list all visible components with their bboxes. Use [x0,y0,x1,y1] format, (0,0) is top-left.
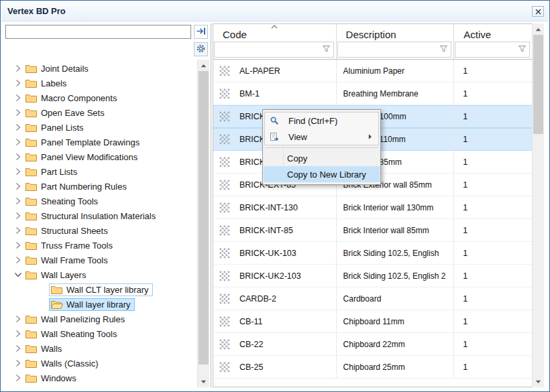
chevron-right-icon[interactable] [13,373,23,383]
tree-item-content[interactable]: Part Numbering Rules [23,180,131,193]
tree-item-content[interactable]: Sheating Tools [23,195,102,208]
tree-item-content[interactable]: Macro Components [23,92,121,105]
table-row-cardb-2[interactable]: CARDB-2Cardboard1 [213,287,532,310]
tree-item-content[interactable]: Structural Sheets [23,224,112,237]
tree-item-content[interactable]: Windows [23,372,80,385]
table-row-bm-1[interactable]: BM-1Breathing Membrane1 [213,82,532,105]
tree-item-macro-components[interactable]: Macro Components [3,90,197,105]
menu-item-copy[interactable]: Copy [264,150,380,166]
tree-item-part-numbering-rules[interactable]: Part Numbering Rules [3,179,197,194]
table-scrollbar[interactable] [532,23,544,387]
tree-item-labels[interactable]: Labels [3,76,197,90]
tree-item-wall-panelizing-rules[interactable]: Wall Panelizing Rules [3,312,197,326]
panel-splitter[interactable] [211,23,211,387]
tree-item-content[interactable]: Part Lists [23,166,81,178]
tree-item-content[interactable]: Truss Frame Tools [23,239,117,252]
chevron-right-icon[interactable] [13,166,23,177]
chevron-right-icon[interactable] [13,255,23,265]
column-header-code[interactable]: Code [213,24,337,59]
filter-box-description[interactable] [337,42,452,58]
tree-item-content[interactable]: Wall Layers [23,269,90,281]
table-row-brick-int-85[interactable]: BRICK-INT-85Brick Interior wall 85mm1 [213,219,532,242]
tree-item-structural-insulation-materials[interactable]: Structural Insulation Materials [3,208,197,223]
scroll-up-button[interactable] [198,60,209,71]
tree-item-content[interactable]: Wall Sheating Tools [23,328,121,340]
tree-item-sheating-tools[interactable]: Sheating Tools [3,194,197,208]
tree-item-panel-lists[interactable]: Panel Lists [3,120,197,135]
tree-item-content[interactable]: Structural Insulation Materials [23,210,160,222]
tree-item-content[interactable]: Joint Details [23,62,93,75]
table-row-brick-uk2-103[interactable]: BRICK-UK2-103Brick Siding 102.5, English… [213,265,532,287]
tree-item-content[interactable]: Panel Template Drawings [23,136,144,149]
tree-item-panel-view-modifications[interactable]: Panel View Modifications [3,149,197,164]
tree-item-structural-sheets[interactable]: Structural Sheets [3,223,197,238]
tree-item-content[interactable]: Panel View Modifications [23,151,142,164]
tree-item-content[interactable]: Open Eave Sets [23,107,109,119]
chevron-right-icon[interactable] [13,137,23,147]
chevron-right-icon[interactable] [13,107,23,118]
filter-box-code[interactable] [214,42,334,58]
chevron-right-icon[interactable] [13,225,23,236]
menu-item-copy-to-new-library[interactable]: Copy to New Library [264,166,380,182]
chevron-right-icon[interactable] [13,210,23,221]
tree-item-open-eave-sets[interactable]: Open Eave Sets [3,105,197,120]
scrollbar-track[interactable] [198,71,209,376]
tree-item-joint-details[interactable]: Joint Details [3,61,197,76]
chevron-down-icon[interactable] [13,269,23,280]
filter-funnel-icon[interactable] [439,44,448,56]
tree-item-content[interactable]: Wall Panelizing Rules [23,313,129,326]
titlebar[interactable]: Vertex BD Pro [1,1,549,21]
tree-item-panel-template-drawings[interactable]: Panel Template Drawings [3,135,197,149]
chevron-right-icon[interactable] [13,92,23,103]
tree-item-walls[interactable]: Walls [3,341,197,356]
close-button[interactable] [532,6,544,17]
menu-item-find-ctrl-f[interactable]: Find (Ctrl+F) [265,113,378,129]
tree-item-windows[interactable]: Windows [3,371,197,385]
chevron-right-icon[interactable] [13,343,23,354]
chevron-right-icon[interactable] [13,181,23,192]
scroll-down-button[interactable] [198,376,209,387]
tree-item-content[interactable]: Walls [23,342,66,355]
filter-box-active[interactable] [455,42,530,58]
tree-item-content[interactable]: Labels [23,77,70,90]
scrollbar-thumb[interactable] [199,71,209,365]
table-row-cb-11[interactable]: CB-11Chipboard 11mm1 [213,310,532,333]
chevron-right-icon[interactable] [13,78,23,88]
tree-item-wall-sheating-tools[interactable]: Wall Sheating Tools [3,326,197,341]
chevron-right-icon[interactable] [13,151,23,162]
tree-scrollbar[interactable] [197,60,209,387]
go-button[interactable] [194,25,208,39]
chevron-right-icon[interactable] [13,63,23,74]
column-header-active[interactable]: Active [454,24,532,59]
filter-funnel-icon[interactable] [322,44,331,56]
tree-item-walls-classic[interactable]: Walls (Classic) [3,356,197,371]
chevron-right-icon[interactable] [13,196,23,206]
table-row-al-paper[interactable]: AL-PAPERAluminium Paper1 [213,60,532,82]
table-row-cb-22[interactable]: CB-22Chipboard 22mm1 [213,333,532,356]
table-row-cb-25[interactable]: CB-25Chipboard 25mm1 [213,356,532,379]
scrollbar-thumb[interactable] [533,35,543,134]
chevron-right-icon[interactable] [13,358,23,369]
tree-item-wall-layers[interactable]: Wall Layers [3,267,197,282]
chevron-right-icon[interactable] [13,240,23,251]
tree-item-part-lists[interactable]: Part Lists [3,164,197,179]
scroll-up-button[interactable] [533,23,544,35]
column-header-description[interactable]: Description [337,24,455,59]
scrollbar-track[interactable] [533,35,544,376]
filter-funnel-icon[interactable] [518,44,527,56]
menu-item-view[interactable]: View [265,129,378,145]
tree-item-wall-clt-layer-library[interactable]: Wall CLT layer library [3,282,197,297]
chevron-right-icon[interactable] [13,314,23,324]
chevron-right-icon[interactable] [13,122,23,133]
table-row-brick-uk-103[interactable]: BRICK-UK-103Brick Siding 102.5, English1 [213,242,532,265]
tree-item-content[interactable]: Wall layer library [49,298,135,311]
table-row-brick-int-130[interactable]: BRICK-INT-130Brick Interior wall 130mm1 [213,196,532,219]
tree-item-content[interactable]: Panel Lists [23,121,88,134]
tree-item-content[interactable]: Walls (Classic) [23,357,102,370]
settings-button[interactable] [194,42,208,56]
tree-item-content[interactable]: Wall CLT layer library [49,283,153,296]
search-input[interactable] [5,25,191,39]
tree-item-truss-frame-tools[interactable]: Truss Frame Tools [3,238,197,253]
tree-item-content[interactable]: Wall Frame Tools [23,254,112,267]
scroll-down-button[interactable] [533,376,544,387]
